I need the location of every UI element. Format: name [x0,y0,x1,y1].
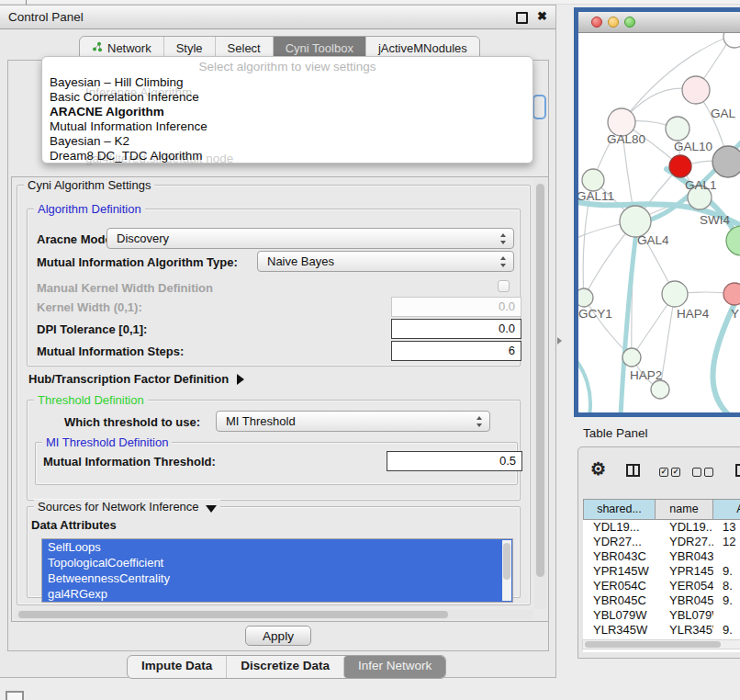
network-node-gcy1[interactable] [578,288,593,307]
table-cell: YDL19... [583,520,656,535]
table-row[interactable]: YBR045CYBR045C9. [583,593,740,608]
scrollbar-thumb[interactable] [536,184,544,577]
gear-icon[interactable] [590,460,606,478]
hub-definition-toggle[interactable]: Hub/Transcription Factor Definition [28,372,244,386]
list-scrollbar-thumb[interactable] [503,543,510,580]
table-cell: YBR045C [656,593,713,608]
close-icon[interactable] [537,9,547,23]
data-attributes-list[interactable]: SelfLoopsTopologicalCoefficientBetweenne… [41,538,513,603]
tab-discretize-data[interactable]: Discretize Data [226,656,343,678]
table-row[interactable]: YLR345WYLR345W9. [583,623,740,638]
network-node-gal10[interactable] [666,117,690,141]
app-root: Control Panel NetworkStyleSelectCyni Too… [0,0,740,700]
column-header-shared[interactable]: shared... [583,499,656,520]
group-title: Cyni Algorithm Settings [24,178,154,192]
network-window-titlebar [578,12,740,33]
node-label-gal: GAL [711,107,736,120]
panel-splitter-arrow[interactable] [557,337,562,344]
table-cell: YER054C [583,579,656,593]
minimize-traffic-light[interactable] [608,17,619,28]
dpi-tolerance-field[interactable]: 0.0 [391,319,521,339]
table-cell: 8. [713,579,740,593]
algorithm-option-basic-correlation-inference[interactable]: Basic Correlation Inference [50,90,199,105]
column-header-a[interactable]: A [713,499,740,520]
network-node[interactable] [651,380,669,399]
mi-threshold-field[interactable]: 0.5 [387,451,522,471]
network-node[interactable] [712,146,740,177]
node-label-gal4: GAL4 [637,233,669,247]
list-scrollbar[interactable] [502,540,511,601]
table-cell: 9. [713,623,740,638]
node-label-hap4: HAP4 [677,307,710,321]
group-title: MI Threshold Definition [42,435,172,449]
mi-algorithm-type-select[interactable]: Naive Bayes [257,251,514,272]
table-row[interactable]: YBR043CYBR043C [583,549,740,564]
data-attributes-label: Data Attributes [31,518,117,532]
table-cell [713,608,740,623]
sources-toggle[interactable]: Sources for Network Inference [34,500,220,514]
algorithm-option-bayesian-k2[interactable]: Bayesian – K2 [50,134,129,149]
mi-steps-field[interactable]: 6 [391,341,521,361]
network-highlight-edge[interactable] [578,355,590,412]
scrollbar-thumb[interactable] [585,641,721,648]
attribute-item-betweennesscentrality[interactable]: BetweennessCentrality [42,570,512,586]
tab-infer-network[interactable]: Infer Network [343,656,445,678]
float-window-icon[interactable] [516,12,528,24]
kernel-width-field[interactable]: 0.0 [391,297,521,317]
network-edge[interactable] [660,294,675,390]
network-graph: GALGAL80GAL10GAL1GAL11SWI4GAL4GCY1HAP4YH… [578,33,740,412]
attribute-item-topologicalcoefficient[interactable]: TopologicalCoefficient [42,555,512,570]
settings-horizontal-scrollbar[interactable] [14,610,533,619]
attribute-item-gal4rgexp[interactable]: gal4RGexp [42,586,512,602]
table-horizontal-scrollbar[interactable] [582,639,740,649]
table-row[interactable]: YBL079WYBL079W [583,608,740,623]
threshold-definition-group: Threshold Definition Which threshold to … [27,400,521,501]
which-threshold-select[interactable]: MI Threshold [216,411,490,432]
split-columns-icon[interactable] [626,464,640,477]
network-node-gal1[interactable] [669,155,691,177]
algorithm-option-aracne-algorithm[interactable]: ARACNE Algorithm [50,105,164,119]
table-cell: YLR345W [656,623,713,638]
network-node-y[interactable] [723,283,740,305]
checked-box-icon[interactable] [671,468,680,477]
apply-button[interactable]: Apply [245,626,311,646]
table-row[interactable]: YDL19...YDL19...13 [583,520,740,535]
table-row[interactable]: YDR27...YDR27...12 [583,535,740,549]
settings-vertical-scrollbar[interactable] [534,179,546,609]
minimized-panel-icon[interactable] [6,691,24,700]
table-row[interactable]: YER054CYER054C8. [583,579,740,593]
column-header-name[interactable]: name [656,499,713,520]
table-row[interactable]: YPR145WYPR145W9. [583,564,740,579]
algorithm-option-mutual-information-inference[interactable]: Mutual Information Inference [50,119,207,134]
algorithm-option-bayesian-hill-climbing[interactable]: Bayesian – Hill Climbing [50,75,184,90]
group-title: Threshold Definition [34,393,148,407]
network-node-gal[interactable] [682,76,710,104]
algorithm-option-dream8-dc-tdc-algorithm[interactable]: Dream8 DC_TDC Algorithm [50,149,203,164]
zoom-traffic-light[interactable] [624,17,635,28]
manual-kernel-label: Manual Kernel Width Definition [37,281,213,295]
unchecked-box-icon[interactable] [692,468,701,477]
table-cell: 9. [713,593,740,608]
network-canvas[interactable]: GALGAL80GAL10GAL1GAL11SWI4GAL4GCY1HAP4YH… [578,33,740,412]
network-node-hap4[interactable] [662,281,688,307]
network-node-hap2[interactable] [622,348,641,367]
scrollbar-thumb[interactable] [18,611,448,618]
network-node-gal11[interactable] [582,169,604,191]
tab-impute-data[interactable]: Impute Data [128,656,226,678]
unchecked-box-icon[interactable] [704,468,713,477]
checked-box-icon[interactable] [659,468,668,477]
table-cell: YPR145W [583,564,656,579]
network-node[interactable] [726,226,740,255]
table-header-row: shared...nameA [583,499,740,520]
network-highlight-edge[interactable] [621,224,637,412]
network-node-gal4[interactable] [620,206,651,237]
close-traffic-light[interactable] [591,17,602,28]
aracne-mode-select[interactable]: Discovery [107,228,514,249]
spinner-icon [477,416,483,427]
column-partial-icon[interactable] [735,464,740,477]
table-panel-title: Table Panel [583,426,648,440]
dpi-tolerance-label: DPI Tolerance [0,1]: [37,322,147,336]
attribute-item-selfloops[interactable]: SelfLoops [42,539,512,555]
manual-kernel-checkbox[interactable] [498,280,510,292]
table-cell: 13 [713,520,740,535]
